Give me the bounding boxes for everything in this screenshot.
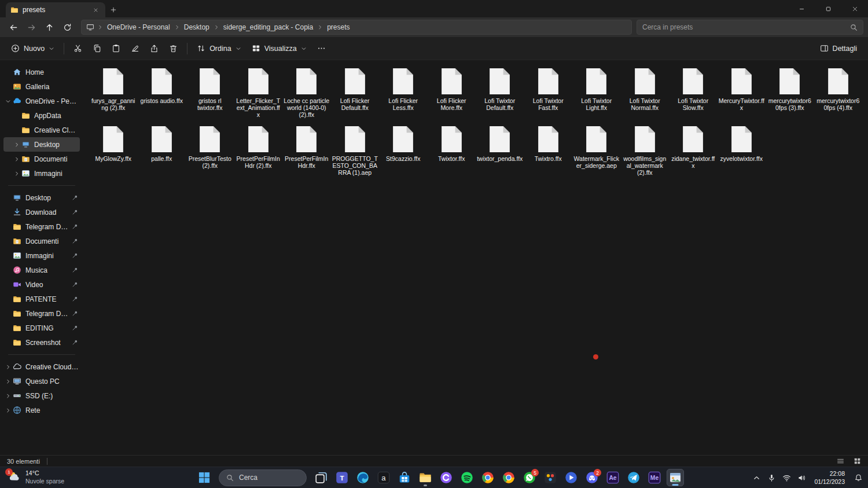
file-item[interactable]: Lofi Flicker Less.ffx bbox=[379, 65, 428, 115]
file-item[interactable]: St9cazzio.ffx bbox=[379, 123, 428, 166]
file-item[interactable]: Watermark_Flicker_siderge.aep bbox=[572, 123, 621, 173]
back-button[interactable] bbox=[5, 19, 23, 35]
taskbar-app-chrome-2-icon[interactable] bbox=[500, 469, 517, 486]
file-item[interactable]: PresetPerFilmInHdr (2).ffx bbox=[234, 123, 283, 173]
sidebar-item-video[interactable]: Video bbox=[3, 277, 80, 292]
rename-button[interactable] bbox=[126, 40, 145, 57]
file-item[interactable]: Letter_Flicker_Text_Animation.ffx bbox=[234, 65, 283, 122]
taskbar-app-clipchamp-icon[interactable] bbox=[437, 469, 455, 486]
breadcrumb-chevron-icon[interactable] bbox=[174, 24, 180, 30]
file-item[interactable]: PresetBlurTesto (2).ffx bbox=[186, 123, 234, 173]
breadcrumb-item[interactable]: presets bbox=[323, 22, 353, 32]
file-item[interactable]: twixtor_penda.ffx bbox=[476, 123, 524, 166]
sidebar-item-download[interactable]: Download bbox=[3, 205, 80, 219]
details-button[interactable]: Dettagli bbox=[815, 40, 862, 57]
sidebar-item-home[interactable]: Home bbox=[3, 65, 80, 79]
file-item[interactable]: PresetPerFilmInHdr.ffx bbox=[282, 123, 331, 173]
sidebar-item-screenshot[interactable]: Screenshot bbox=[3, 335, 80, 350]
file-item[interactable]: gristos audio.ffx bbox=[138, 65, 186, 108]
sidebar-item-ssd-e[interactable]: SSD (E:) bbox=[3, 388, 80, 403]
chevron-right-icon[interactable] bbox=[3, 393, 12, 399]
breadcrumb-item[interactable]: siderge_editing_pack - Copia bbox=[220, 22, 317, 32]
forward-button[interactable] bbox=[23, 19, 41, 35]
volume-icon[interactable] bbox=[795, 469, 808, 486]
file-item[interactable]: zyvelotwixtor.ffx bbox=[718, 123, 766, 166]
file-item[interactable]: Twixtor.ffx bbox=[428, 123, 476, 166]
breadcrumb-item[interactable]: Desktop bbox=[181, 22, 213, 32]
file-item[interactable]: Lofi Twixtor Default.ffx bbox=[476, 65, 524, 115]
list-view-button[interactable] bbox=[837, 457, 844, 465]
chevron-up-icon[interactable] bbox=[749, 469, 763, 486]
address-bar[interactable]: OneDrive - PersonalDesktopsiderge_editin… bbox=[81, 20, 632, 35]
sidebar-item-immagini[interactable]: Immagini bbox=[3, 248, 80, 263]
search-input[interactable] bbox=[642, 23, 850, 31]
file-item[interactable]: Lofi Flicker More.ffx bbox=[428, 65, 476, 115]
file-item[interactable]: MyGlowZy.ffx bbox=[89, 123, 138, 166]
sidebar-item-galleria[interactable]: Galleria bbox=[3, 79, 80, 94]
share-button[interactable] bbox=[145, 40, 164, 57]
up-button[interactable] bbox=[41, 19, 58, 35]
sidebar-item-creative-cloud-files[interactable]: Creative Cloud Files bbox=[3, 359, 80, 374]
sidebar-item-telegram-desktop[interactable]: Telegram Desktop bbox=[3, 306, 80, 321]
breadcrumb-chevron-icon[interactable] bbox=[317, 24, 323, 30]
chevron-down-icon[interactable] bbox=[3, 98, 12, 104]
file-item[interactable]: Lofi Twixtor Normal.ffx bbox=[621, 65, 670, 115]
weather-widget[interactable]: 1 14°C Nuvole sparse bbox=[5, 467, 68, 488]
breadcrumb-item[interactable]: OneDrive - Personal bbox=[104, 22, 174, 32]
mic-icon[interactable] bbox=[764, 469, 778, 486]
explorer-tab[interactable]: presets bbox=[6, 2, 105, 17]
clock[interactable]: 22:08 01/12/2023 bbox=[810, 469, 849, 486]
file-item[interactable]: mercurytwixtor60fps (4).ffx bbox=[814, 65, 863, 115]
file-item[interactable]: gristos rl twixtor.ffx bbox=[186, 65, 234, 115]
sidebar-item-rete[interactable]: Rete bbox=[3, 403, 80, 417]
refresh-button[interactable] bbox=[58, 19, 76, 35]
new-button[interactable]: Nuovo bbox=[6, 40, 60, 57]
taskbar-app-task-view-icon[interactable] bbox=[312, 469, 330, 486]
chevron-right-icon[interactable] bbox=[3, 379, 12, 384]
taskbar-app-media-player-icon[interactable] bbox=[562, 469, 580, 486]
sidebar-item-questo-pc[interactable]: Questo PC bbox=[3, 374, 80, 388]
search-box[interactable] bbox=[637, 20, 863, 35]
new-tab-button[interactable] bbox=[105, 2, 122, 17]
sidebar-item-creative-cloud-files[interactable]: Creative Cloud Files bbox=[3, 123, 80, 137]
sidebar-item-appdata[interactable]: AppData bbox=[3, 108, 80, 123]
file-item[interactable]: mercurytwixtor60fps (3).ffx bbox=[766, 65, 814, 115]
taskbar-app-after-effects-icon[interactable]: Ae bbox=[604, 469, 621, 486]
chevron-right-icon[interactable] bbox=[3, 408, 12, 413]
file-item[interactable]: Lofi Flicker Default.ffx bbox=[331, 65, 380, 115]
delete-button[interactable] bbox=[164, 40, 183, 57]
sidebar-item-immagini[interactable]: Immagini bbox=[3, 166, 80, 181]
search-icon[interactable] bbox=[850, 24, 858, 31]
sidebar-item-desktop[interactable]: Desktop bbox=[3, 190, 80, 205]
taskbar-app-chrome-icon[interactable] bbox=[479, 469, 496, 486]
sidebar-item-patente[interactable]: PATENTE bbox=[3, 292, 80, 306]
cut-button[interactable] bbox=[68, 40, 87, 57]
sidebar-item-editing[interactable]: EDITING bbox=[3, 321, 80, 335]
file-item[interactable]: woodlfilms_signal_watermark (2).ffx bbox=[621, 123, 670, 179]
start-button[interactable] bbox=[196, 469, 213, 486]
file-item[interactable]: zidane_twixtor.ffx bbox=[669, 123, 718, 173]
file-item[interactable]: palle.ffx bbox=[138, 123, 186, 166]
sidebar-item-onedrive-personal[interactable]: OneDrive - Personal bbox=[3, 94, 80, 108]
chevron-right-icon[interactable] bbox=[12, 171, 21, 177]
file-item[interactable]: Loche cc particle world (1400-0) (2).ffx bbox=[282, 65, 331, 122]
chevron-right-icon[interactable] bbox=[3, 364, 12, 370]
sidebar-item-desktop[interactable]: Desktop bbox=[3, 137, 80, 152]
view-button[interactable]: Visualizza bbox=[247, 40, 312, 57]
close-button[interactable] bbox=[841, 0, 868, 17]
taskbar-search[interactable]: Cerca bbox=[219, 469, 307, 486]
file-item[interactable]: PROGGETTO_TESTO_CON_BARRA (1).aep bbox=[331, 123, 380, 179]
chevron-right-icon[interactable] bbox=[12, 142, 21, 148]
large-icons-view-button[interactable] bbox=[854, 457, 861, 465]
file-area[interactable]: furys_agr_panning (2).ffxgristos audio.f… bbox=[82, 60, 868, 455]
taskbar-app-edge-icon[interactable] bbox=[354, 469, 372, 486]
file-item[interactable]: MercuryTwixtor.ffx bbox=[718, 65, 766, 115]
taskbar-app-explorer-icon[interactable] bbox=[417, 469, 434, 486]
wifi-icon[interactable] bbox=[779, 469, 793, 486]
file-item[interactable]: furys_agr_panning (2).ffx bbox=[89, 65, 138, 115]
taskbar-app-telegram-icon[interactable] bbox=[625, 469, 642, 486]
notification-bell-icon[interactable] bbox=[851, 469, 866, 486]
taskbar-app-app-colors-icon[interactable] bbox=[542, 469, 559, 486]
taskbar-app-discord-icon[interactable]: 2 bbox=[583, 469, 601, 486]
chevron-right-icon[interactable] bbox=[12, 156, 21, 162]
